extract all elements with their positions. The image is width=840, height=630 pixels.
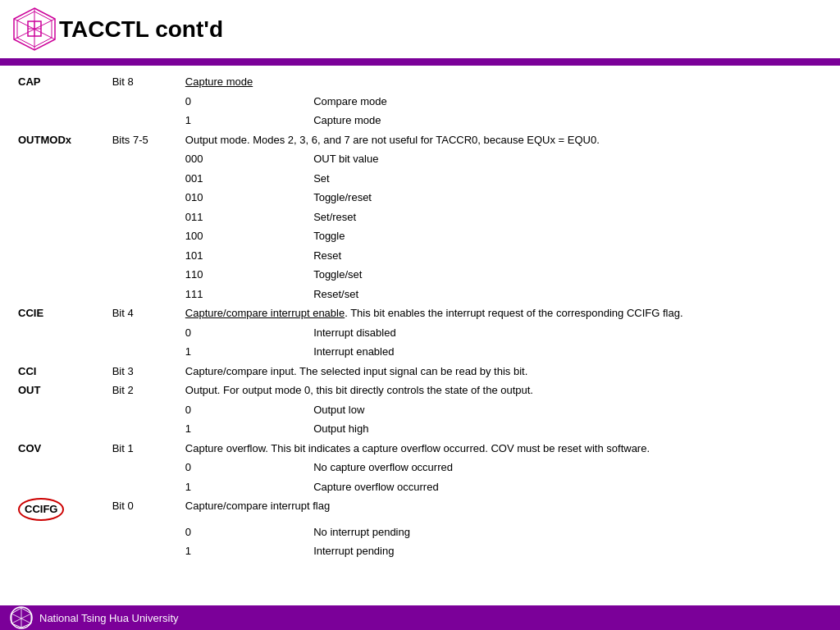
- bit-range: Bit 4: [107, 304, 180, 323]
- field-description: Capture mode: [180, 72, 827, 92]
- tacctl-table: CAPBit 8Capture mode0Compare mode1Captur…: [13, 72, 827, 561]
- empty-cell: [13, 188, 107, 208]
- bit-value: 1: [180, 111, 308, 130]
- bit-value: 1: [180, 541, 308, 561]
- field-name: COV: [13, 439, 107, 459]
- value-description: Set: [308, 169, 827, 189]
- field-name: CCIE: [13, 304, 107, 323]
- value-description: Interrupt disabled: [308, 323, 827, 343]
- header: TACCTL cont'd: [0, 0, 840, 61]
- footer-logo-icon: [10, 606, 33, 629]
- value-description: Toggle: [308, 226, 827, 246]
- empty-cell: [13, 477, 107, 497]
- bit-value: 110: [180, 265, 308, 285]
- page-title: TACCTL cont'd: [59, 16, 223, 43]
- value-description: Output high: [308, 419, 827, 439]
- bit-value: 0: [180, 523, 308, 542]
- value-description: Reset/set: [308, 285, 827, 304]
- empty-cell: [107, 226, 180, 246]
- bit-value: 101: [180, 246, 308, 266]
- empty-cell: [107, 541, 180, 561]
- field-description: Capture/compare input. The selected inpu…: [180, 362, 827, 381]
- bit-range: Bit 3: [107, 362, 180, 381]
- value-description: Compare mode: [308, 92, 827, 112]
- field-name: CAP: [13, 72, 107, 92]
- empty-cell: [107, 285, 180, 304]
- empty-cell: [13, 208, 107, 227]
- empty-cell: [107, 523, 180, 542]
- field-description: Capture/compare interrupt enable. This b…: [180, 304, 827, 323]
- value-description: Toggle/reset: [308, 188, 827, 208]
- value-description: No capture overflow occurred: [308, 458, 827, 477]
- empty-cell: [107, 246, 180, 266]
- empty-cell: [13, 246, 107, 266]
- empty-cell: [107, 169, 180, 189]
- field-description: Capture/compare interrupt flag: [180, 496, 827, 523]
- value-description: OUT bit value: [308, 149, 827, 169]
- field-description: Capture overflow. This bit indicates a c…: [180, 439, 827, 459]
- empty-cell: [13, 285, 107, 304]
- empty-cell: [13, 400, 107, 420]
- empty-cell: [107, 400, 180, 420]
- field-name: OUTMODx: [13, 130, 107, 150]
- empty-cell: [107, 265, 180, 285]
- empty-cell: [13, 149, 107, 169]
- empty-cell: [13, 323, 107, 343]
- empty-cell: [107, 92, 180, 112]
- empty-cell: [107, 458, 180, 477]
- bit-range: Bits 7-5: [107, 130, 180, 150]
- bit-value: 1: [180, 477, 308, 497]
- empty-cell: [107, 323, 180, 343]
- empty-cell: [107, 419, 180, 439]
- empty-cell: [13, 342, 107, 362]
- empty-cell: [13, 541, 107, 561]
- bit-value: 0: [180, 323, 308, 343]
- empty-cell: [107, 111, 180, 130]
- empty-cell: [107, 477, 180, 497]
- bit-range: Bit 2: [107, 381, 180, 400]
- bit-value: 1: [180, 342, 308, 362]
- field-description: Output. For output mode 0, this bit dire…: [180, 381, 827, 400]
- university-logo: [10, 7, 59, 52]
- bit-value: 0: [180, 400, 308, 420]
- bit-value: 100: [180, 226, 308, 246]
- value-description: Interrupt pending: [308, 541, 827, 561]
- empty-cell: [13, 458, 107, 477]
- footer-university-name: National Tsing Hua University: [39, 612, 179, 624]
- empty-cell: [107, 188, 180, 208]
- empty-cell: [13, 111, 107, 130]
- bit-range: Bit 8: [107, 72, 180, 92]
- empty-cell: [107, 208, 180, 227]
- empty-cell: [13, 92, 107, 112]
- value-description: No interrupt pending: [308, 523, 827, 542]
- value-description: Capture mode: [308, 111, 827, 130]
- main-content: CAPBit 8Capture mode0Compare mode1Captur…: [0, 66, 840, 568]
- bit-value: 1: [180, 419, 308, 439]
- value-description: Toggle/set: [308, 265, 827, 285]
- empty-cell: [13, 169, 107, 189]
- empty-cell: [107, 342, 180, 362]
- empty-cell: [107, 149, 180, 169]
- empty-cell: [13, 523, 107, 542]
- bit-value: 001: [180, 169, 308, 189]
- empty-cell: [13, 419, 107, 439]
- field-description: Output mode. Modes 2, 3, 6, and 7 are no…: [180, 130, 827, 150]
- bit-value: 010: [180, 188, 308, 208]
- field-name: CCI: [13, 362, 107, 381]
- field-name: OUT: [13, 381, 107, 400]
- bit-value: 0: [180, 92, 308, 112]
- value-description: Capture overflow occurred: [308, 477, 827, 497]
- empty-cell: [13, 226, 107, 246]
- bit-value: 011: [180, 208, 308, 227]
- bit-value: 000: [180, 149, 308, 169]
- footer: National Tsing Hua University: [0, 605, 840, 630]
- bit-range: Bit 1: [107, 439, 180, 459]
- bit-value: 0: [180, 458, 308, 477]
- value-description: Set/reset: [308, 208, 827, 227]
- value-description: Output low: [308, 400, 827, 420]
- field-name: CCIFG: [13, 496, 107, 523]
- value-description: Reset: [308, 246, 827, 266]
- bit-value: 111: [180, 285, 308, 304]
- bit-range: Bit 0: [107, 496, 180, 523]
- empty-cell: [13, 265, 107, 285]
